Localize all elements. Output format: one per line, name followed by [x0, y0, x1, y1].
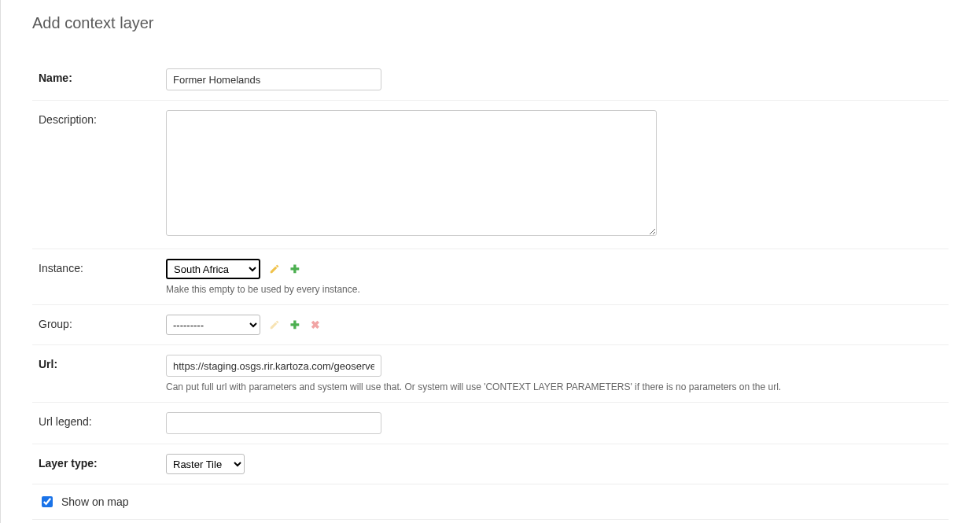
row-instance: Instance: South Africa ✚ Make this empty…	[32, 249, 949, 305]
name-input[interactable]	[166, 68, 381, 90]
url-help: Can put full url with parameters and sys…	[166, 381, 949, 392]
group-label: Group:	[32, 315, 166, 330]
pencil-icon[interactable]	[268, 263, 281, 275]
url-legend-label: Url legend:	[32, 412, 166, 428]
description-textarea[interactable]	[166, 110, 657, 236]
row-description: Description:	[32, 101, 949, 249]
url-input[interactable]	[166, 355, 381, 377]
row-url: Url: Can put full url with parameters an…	[32, 345, 949, 403]
instance-help: Make this empty to be used by every inst…	[166, 284, 949, 295]
instance-label: Instance:	[32, 259, 166, 274]
instance-select[interactable]: South Africa	[166, 259, 260, 279]
add-context-layer-page: Add context layer Name: Description: Ins…	[0, 0, 980, 523]
plus-icon[interactable]: ✚	[289, 263, 301, 275]
url-legend-input[interactable]	[166, 412, 381, 434]
url-label: Url:	[32, 355, 166, 370]
layer-type-label: Layer type:	[32, 454, 166, 470]
pencil-icon[interactable]	[268, 319, 281, 331]
row-layer-type: Layer type: Raster Tile	[32, 444, 949, 484]
description-label: Description:	[32, 110, 166, 126]
row-name: Name:	[32, 59, 949, 101]
page-title: Add context layer	[32, 14, 949, 32]
cross-icon[interactable]: ✖	[309, 319, 322, 331]
show-on-map-label[interactable]: Show on map	[61, 495, 129, 508]
row-url-legend: Url legend:	[32, 403, 949, 444]
plus-icon[interactable]: ✚	[289, 319, 301, 331]
layer-type-select[interactable]: Raster Tile	[166, 454, 245, 474]
group-select[interactable]: ---------	[166, 315, 260, 335]
row-group: Group: --------- ✚ ✖	[32, 305, 949, 345]
name-label: Name:	[32, 68, 166, 84]
row-enable-by-default: Enable by default	[32, 520, 949, 523]
show-on-map-checkbox[interactable]	[42, 496, 53, 507]
form: Add context layer Name: Description: Ins…	[1, 0, 980, 523]
row-show-on-map: Show on map	[32, 484, 949, 520]
